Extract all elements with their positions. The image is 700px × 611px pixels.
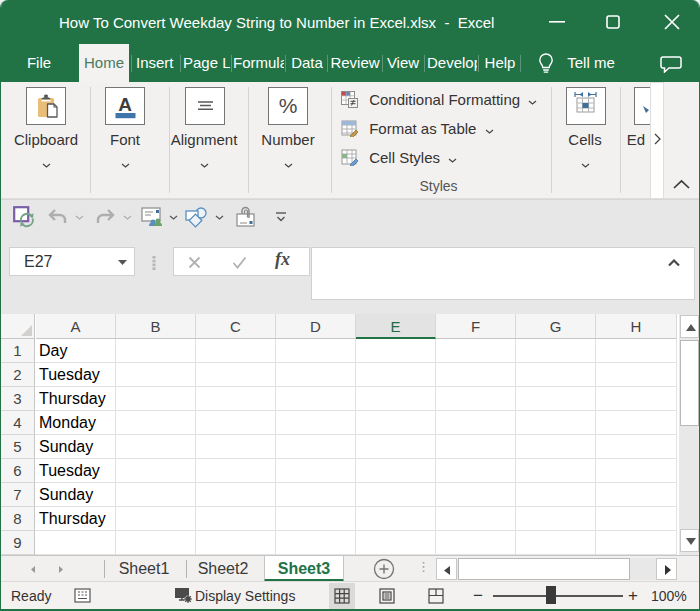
svg-text:A: A	[118, 94, 132, 115]
svg-text:%: %	[279, 94, 298, 117]
